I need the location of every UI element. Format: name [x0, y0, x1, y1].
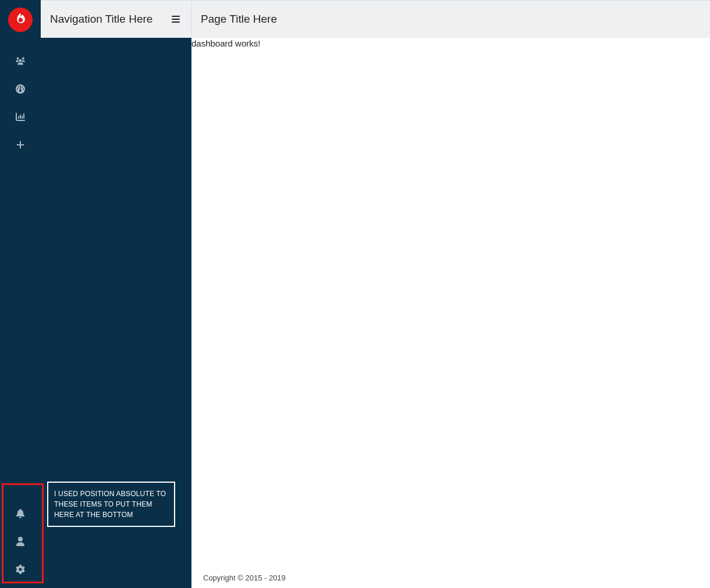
nav-panel-title: Navigation Title Here	[50, 13, 152, 26]
chart-bar-icon	[16, 112, 25, 124]
footer-text: Copyright © 2015 - 2019	[203, 573, 286, 582]
sidebar-item-notifications[interactable]	[0, 501, 41, 529]
annotation-callout: I USED POSITION ABSOLUTE TO THESE ITEMS …	[47, 482, 175, 527]
users-icon	[16, 56, 25, 68]
sidebar-item-profile[interactable]	[0, 529, 41, 557]
sidebar-item-settings[interactable]	[0, 557, 41, 585]
sidebar-item-add[interactable]	[0, 132, 41, 160]
nav-panel-header: Navigation Title Here	[41, 0, 191, 38]
page-title: Page Title Here	[201, 13, 277, 26]
footer: Copyright © 2015 - 2019	[191, 568, 297, 588]
sidebar-item-users[interactable]	[0, 48, 41, 76]
user-icon	[16, 537, 25, 548]
sidebar-top-icons	[0, 48, 41, 160]
hamburger-icon	[170, 15, 182, 24]
logo[interactable]	[8, 8, 33, 32]
sidebar-bottom-icons	[0, 501, 41, 588]
bell-icon	[16, 509, 25, 521]
page-body-text: dashboard works!	[191, 38, 710, 49]
sidebar-item-chart[interactable]	[0, 104, 41, 132]
plus-icon	[16, 140, 25, 152]
page-content: dashboard works!	[191, 38, 710, 588]
sidebar-item-dashboard[interactable]	[0, 76, 41, 104]
gear-icon	[16, 565, 25, 576]
nav-toggle-button[interactable]	[170, 15, 182, 24]
icon-sidebar	[0, 0, 41, 588]
fire-icon	[15, 13, 26, 26]
gauge-icon	[16, 84, 25, 96]
main-area: Page Title Here dashboard works! Copyrig…	[191, 0, 710, 588]
annotation-text: I USED POSITION ABSOLUTE TO THESE ITEMS …	[54, 490, 166, 519]
page-header: Page Title Here	[191, 0, 710, 38]
